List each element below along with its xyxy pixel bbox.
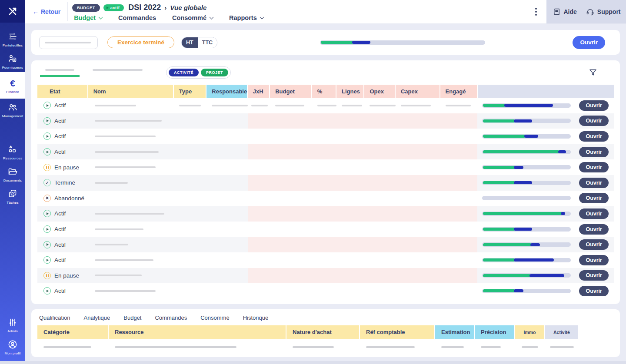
value-placeholder: [317, 105, 336, 106]
view-tab-1[interactable]: [40, 66, 80, 77]
detail-column-header-precision[interactable]: Précision: [475, 325, 515, 339]
column-header-responsable[interactable]: Responsable: [206, 85, 248, 98]
column-header-engage[interactable]: Engagé: [440, 85, 478, 98]
column-header--[interactable]: %: [312, 85, 336, 98]
sidebar-item-ressources[interactable]: Ressources: [0, 141, 25, 163]
name-placeholder: [95, 244, 128, 245]
column-header-opex[interactable]: Opex: [364, 85, 395, 98]
open-exercise-button[interactable]: Ouvrir: [573, 36, 605, 49]
open-row-button[interactable]: Ouvrir: [579, 286, 609, 296]
name-placeholder: [95, 105, 136, 106]
column-header-progress[interactable]: [478, 85, 614, 98]
cell-nom: [88, 237, 174, 252]
cell-opex: [364, 98, 395, 113]
open-row-button[interactable]: Ouvrir: [579, 208, 609, 219]
cell-opex: [364, 252, 395, 268]
column-header-budget[interactable]: Budget: [270, 85, 312, 98]
tab-budget[interactable]: Budget: [74, 14, 102, 24]
open-row-button[interactable]: Ouvrir: [579, 193, 609, 203]
detail-column-header-categorie[interactable]: Catégorie: [37, 325, 109, 339]
cell-opex: [364, 237, 395, 252]
detail-header-row: CatégorieRessourceNature d'achatRéf comp…: [37, 325, 614, 339]
detail-column-header-ressource[interactable]: Ressource: [109, 325, 286, 339]
open-row-button[interactable]: Ouvrir: [579, 270, 609, 281]
cell-progress: Ouvrir: [478, 206, 614, 222]
tab-commandes[interactable]: Commandes: [118, 14, 156, 24]
detail-column-header-estimation[interactable]: Estimation: [435, 325, 475, 339]
detail-column-header-activite[interactable]: Activité: [545, 325, 579, 339]
cell-type: [174, 252, 206, 268]
support-button[interactable]: Support: [586, 7, 621, 17]
detail-tab-historique[interactable]: Historique: [243, 314, 269, 321]
kebab-menu-icon[interactable]: [526, 0, 546, 23]
tasks-icon: [7, 188, 18, 199]
detail-tab-analytique[interactable]: Analytique: [84, 314, 110, 321]
cell--: [312, 129, 336, 144]
status-pause-icon: [43, 272, 51, 279]
open-row-button[interactable]: Ouvrir: [579, 116, 609, 126]
detail-cell-nature-d-achat: [286, 346, 360, 348]
tab-consomme[interactable]: Consommé: [172, 14, 213, 24]
cell-progress: Ouvrir: [478, 283, 614, 299]
progress-consumed-segment: [483, 181, 515, 184]
detail-tab-consomme[interactable]: Consommé: [200, 314, 229, 321]
detail-column-header-immo[interactable]: Immo: [515, 325, 545, 339]
exercise-name-field[interactable]: [39, 36, 98, 49]
back-link[interactable]: ← Retour: [25, 0, 67, 23]
open-row-button[interactable]: Ouvrir: [579, 178, 609, 188]
sidebar-item-admin[interactable]: Admin: [0, 314, 25, 336]
bottom-scrollbar-track[interactable]: [0, 361, 626, 364]
sidebar-item-fournisseurs[interactable]: Fournisseurs: [0, 50, 25, 72]
cell-progress: Ouvrir: [478, 268, 614, 284]
open-row-button[interactable]: Ouvrir: [579, 131, 609, 142]
row-progress-bar: [482, 196, 571, 200]
app-logo[interactable]: [0, 0, 25, 23]
open-row-button[interactable]: Ouvrir: [579, 162, 609, 172]
cell-jxh: [248, 113, 270, 129]
activity-pill[interactable]: ACTIVITÉ: [169, 69, 199, 76]
cell-lignes: [336, 144, 364, 160]
column-header-type[interactable]: Type: [174, 85, 206, 98]
help-button[interactable]: Aide: [552, 7, 577, 17]
open-row-button[interactable]: Ouvrir: [579, 255, 609, 265]
sidebar-item-taches[interactable]: Tâches: [0, 185, 25, 207]
filter-button[interactable]: [588, 67, 599, 79]
cell-budget: [270, 191, 312, 206]
column-header-jxh[interactable]: JxH: [248, 85, 270, 98]
exercise-status-badge[interactable]: Exercice terminé: [107, 36, 174, 48]
open-row-button[interactable]: Ouvrir: [579, 224, 609, 235]
cell--: [312, 159, 336, 175]
project-pill[interactable]: PROJET: [201, 69, 228, 76]
cell-engage: [440, 283, 478, 299]
column-header-capex[interactable]: Capex: [396, 85, 440, 98]
column-header-nom[interactable]: Nom: [88, 85, 174, 98]
cell-lignes: [336, 113, 364, 129]
detail-tab-commandes[interactable]: Commandes: [155, 314, 187, 321]
cell-opex: [364, 144, 395, 160]
sidebar-item-mon-profil[interactable]: Mon profil: [0, 336, 25, 358]
view-tab-2[interactable]: [87, 66, 148, 75]
detail-column-header-nature-d-achat[interactable]: Nature d'achat: [286, 325, 360, 339]
column-header-lignes[interactable]: Lignes: [336, 85, 364, 98]
name-placeholder: [95, 151, 159, 153]
progress-engaged-segment: [558, 150, 566, 153]
toggle-option-ht[interactable]: HT: [182, 37, 198, 48]
detail-tab-qualification[interactable]: Qualification: [39, 314, 70, 321]
cell-progress: Ouvrir: [478, 252, 614, 268]
value-placeholder: [342, 105, 362, 106]
book-icon: [552, 7, 561, 17]
sidebar-item-finance[interactable]: €Finance: [0, 72, 25, 99]
open-row-button[interactable]: Ouvrir: [579, 239, 609, 250]
ht-ttc-toggle[interactable]: HT TTC: [181, 37, 217, 48]
column-header-etat[interactable]: Etat: [37, 85, 88, 98]
toggle-option-ttc[interactable]: TTC: [198, 37, 217, 48]
open-row-button[interactable]: Ouvrir: [579, 147, 609, 157]
open-row-button[interactable]: Ouvrir: [579, 100, 609, 111]
cell-nom: [88, 144, 174, 160]
detail-tab-budget[interactable]: Budget: [123, 314, 141, 321]
sidebar-item-portefeuilles[interactable]: Portefeuilles: [0, 28, 25, 50]
detail-column-header-ref-comptable[interactable]: Réf comptable: [360, 325, 435, 339]
tab-rapports[interactable]: Rapports: [229, 14, 263, 24]
sidebar-item-management[interactable]: Management: [0, 99, 25, 121]
sidebar-item-documents[interactable]: Documents: [0, 163, 25, 185]
